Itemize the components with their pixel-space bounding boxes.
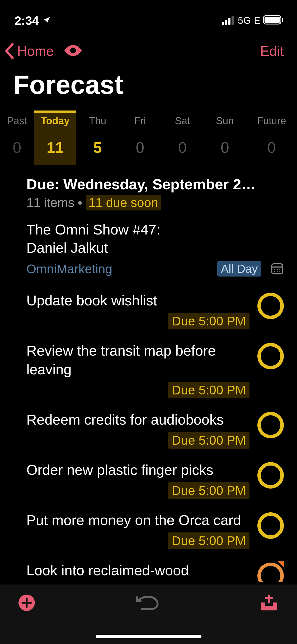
due-badge: Due 5:00 PM	[168, 313, 249, 329]
undo-button[interactable]	[135, 595, 159, 611]
event-project: OmniMarketing	[26, 262, 112, 276]
inbox-button[interactable]	[260, 595, 279, 612]
back-button[interactable]: Home	[4, 43, 54, 59]
all-day-badge: All Day	[217, 261, 261, 277]
forecast-col-sun[interactable]: Sun 0	[204, 111, 246, 165]
due-badge: Due 5:00 PM	[168, 482, 249, 499]
chevron-left-icon	[4, 43, 15, 59]
forecast-count: 5	[93, 139, 102, 156]
nav-bar: Home Edit	[0, 32, 297, 67]
section-subtitle: 11 items • 11 due soon	[26, 195, 284, 210]
calendar-icon	[271, 262, 284, 276]
forecast-col-future[interactable]: Future 0	[246, 111, 297, 165]
task-title: Update book wishlist	[26, 291, 249, 310]
svg-rect-1	[225, 20, 227, 25]
cellular-icon	[222, 13, 235, 28]
svg-rect-0	[222, 22, 224, 25]
items-count: 11 items	[26, 196, 74, 210]
task-row[interactable]: Update book wishlist Due 5:00 PM	[26, 291, 284, 329]
forecast-col-past[interactable]: Past 0	[0, 111, 34, 165]
forecast-label: Fri	[134, 115, 146, 127]
due-badge: Due 5:00 PM	[168, 382, 249, 398]
forecast-strip: Past 0 Today 11 Thu 5 Fri 0 Sat 0 Sun 0 …	[0, 111, 297, 165]
task-title: Order new plastic finger picks	[26, 461, 249, 479]
forecast-label: Sun	[216, 115, 234, 127]
forecast-count: 0	[178, 139, 187, 156]
due-soon-badge: 11 due soon	[86, 195, 161, 210]
forecast-col-today[interactable]: Today 11	[34, 111, 77, 165]
svg-rect-6	[282, 18, 283, 22]
task-title: Redeem credits for audiobooks	[26, 410, 249, 429]
forecast-count: 0	[13, 139, 21, 156]
due-badge: Due 5:00 PM	[168, 532, 249, 549]
task-row[interactable]: Review the transit map before leaving Du…	[26, 341, 284, 398]
forecast-label: Future	[257, 115, 286, 127]
content-area: Due: Wednesday, September 2… 11 items • …	[0, 165, 297, 582]
section-header: Due: Wednesday, September 2… 11 items • …	[26, 176, 284, 210]
svg-point-13	[274, 271, 275, 272]
task-row[interactable]: Order new plastic finger picks Due 5:00 …	[26, 461, 284, 499]
svg-rect-2	[228, 18, 230, 25]
task-row[interactable]: Put more money on the Orca card Due 5:00…	[26, 511, 284, 549]
svg-point-7	[70, 48, 76, 53]
task-title: Review the transit map before leaving	[26, 341, 249, 378]
task-status-circle[interactable]	[257, 293, 284, 319]
svg-point-10	[274, 269, 275, 270]
status-time: 2:34	[15, 13, 39, 28]
forecast-count: 0	[136, 139, 144, 156]
task-status-circle[interactable]	[257, 343, 284, 369]
edit-button[interactable]: Edit	[260, 43, 284, 59]
event-title: The Omni Show #47: Daniel Jalkut	[26, 220, 284, 257]
location-icon	[42, 13, 51, 28]
forecast-label: Today	[41, 115, 69, 127]
back-label: Home	[17, 43, 54, 59]
svg-rect-5	[265, 17, 280, 23]
due-badge: Due 5:00 PM	[168, 432, 249, 449]
forecast-col-fri[interactable]: Fri 0	[119, 111, 161, 165]
calendar-event[interactable]: The Omni Show #47: Daniel Jalkut OmniMar…	[26, 220, 284, 277]
task-title: Put more money on the Orca card	[26, 511, 249, 529]
task-row[interactable]: Look into reclaimed-wood	[26, 561, 284, 582]
task-title: Look into reclaimed-wood	[26, 561, 249, 579]
perspective-icon[interactable]	[63, 44, 83, 58]
task-status-circle[interactable]	[257, 563, 284, 582]
task-status-circle[interactable]	[257, 412, 284, 438]
section-title: Due: Wednesday, September 2…	[26, 176, 284, 193]
svg-point-14	[277, 271, 278, 272]
forecast-col-thu[interactable]: Thu 5	[76, 111, 119, 165]
task-status-circle[interactable]	[257, 462, 284, 489]
svg-point-11	[277, 269, 278, 270]
status-bar: 2:34 5G E	[0, 0, 297, 32]
forecast-label: Past	[7, 115, 27, 127]
svg-point-12	[279, 269, 280, 270]
forecast-col-sat[interactable]: Sat 0	[161, 111, 204, 165]
home-indicator[interactable]	[96, 635, 201, 638]
page-title: Forecast	[0, 67, 297, 111]
task-row[interactable]: Redeem credits for audiobooks Due 5:00 P…	[26, 410, 284, 449]
forecast-label: Sat	[175, 115, 190, 127]
svg-rect-8	[272, 264, 283, 274]
add-button[interactable]	[18, 595, 35, 612]
forecast-count: 11	[47, 139, 64, 156]
task-status-circle[interactable]	[257, 512, 284, 539]
network-label: 5G E	[238, 15, 261, 26]
battery-icon	[263, 13, 284, 28]
svg-point-15	[279, 271, 280, 272]
forecast-count: 0	[221, 139, 229, 156]
svg-rect-3	[232, 16, 234, 25]
forecast-count: 0	[267, 139, 276, 156]
forecast-label: Thu	[89, 115, 106, 127]
